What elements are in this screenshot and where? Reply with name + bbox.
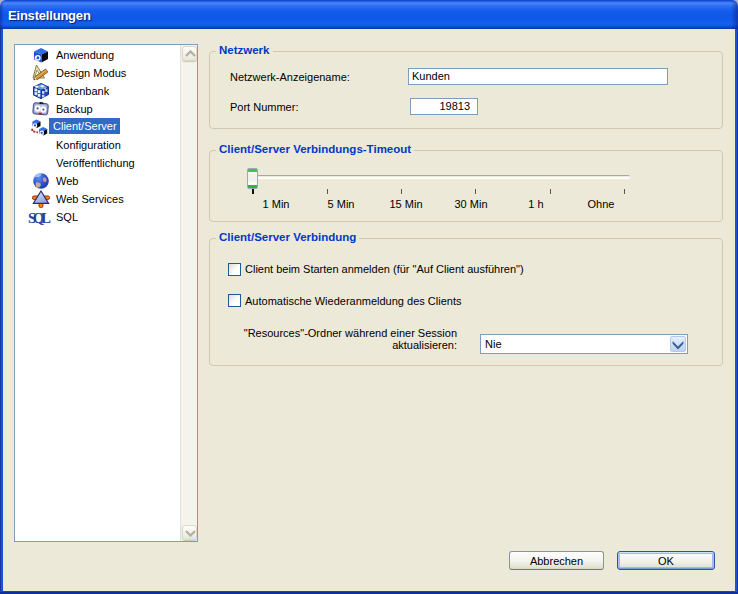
svg-text:SQL: SQL bbox=[28, 210, 51, 226]
